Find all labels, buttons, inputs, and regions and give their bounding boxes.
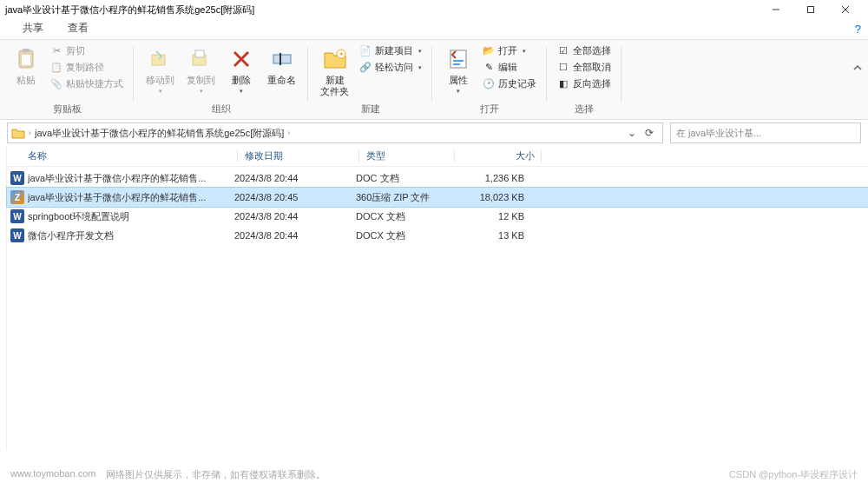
rename-button[interactable]: 重命名 xyxy=(264,43,299,88)
group-label: 打开 xyxy=(480,103,499,117)
search-input[interactable]: 在 java毕业设计基... xyxy=(670,122,861,143)
svg-rect-5 xyxy=(23,49,30,52)
file-type: 360压缩 ZIP 文件 xyxy=(349,191,444,204)
help-icon[interactable]: ? xyxy=(855,23,861,36)
collapse-ribbon-icon[interactable] xyxy=(852,63,863,73)
shortcut-icon: 📎 xyxy=(50,78,62,90)
edit-icon: ✎ xyxy=(483,62,495,74)
sidebar xyxy=(0,146,7,450)
column-type[interactable]: 类型 xyxy=(359,149,455,162)
watermark-note: 网络图片仅供展示，非存储，如有侵权请联系删除。 xyxy=(106,468,326,481)
move-icon xyxy=(147,45,174,73)
word-doc-icon: W xyxy=(10,171,24,185)
cut-button[interactable]: ✂剪切 xyxy=(49,43,125,58)
paste-icon xyxy=(12,45,40,73)
credit: CSDN @python-毕设程序设计 xyxy=(729,468,858,481)
window-controls xyxy=(759,0,863,19)
ribbon-tabs: 共享 查看 ? xyxy=(0,19,868,40)
folder-icon xyxy=(11,126,25,140)
file-type: DOC 文档 xyxy=(349,172,444,185)
address-bar: › java毕业设计基于微信小程序的鲜花销售系统ge25c[附源码] › ⌄ ⟳… xyxy=(0,120,868,146)
file-row[interactable]: Zjava毕业设计基于微信小程序的鲜花销售...2024/3/8 20:4536… xyxy=(7,188,868,207)
file-type: DOCX 文档 xyxy=(349,229,444,242)
tab-share[interactable]: 共享 xyxy=(17,17,49,39)
column-name[interactable]: 名称 xyxy=(21,149,238,162)
group-organize: 移动到▾ 复制到▾ 删除▾ 重命名 组织 xyxy=(134,40,308,119)
group-new: ✦ 新建 文件夹 📄新建项目▾ 🔗轻松访问▾ 新建 xyxy=(308,40,432,119)
rename-icon xyxy=(268,45,296,73)
file-size: 18,023 KB xyxy=(444,192,531,202)
content-area: 名称 修改日期 类型 大小 Wjava毕业设计基于微信小程序的鲜花销售...20… xyxy=(0,146,868,450)
group-label: 剪贴板 xyxy=(53,103,82,117)
new-item-icon: 📄 xyxy=(359,45,372,57)
file-date: 2024/3/8 20:44 xyxy=(227,211,349,222)
delete-icon xyxy=(227,45,255,73)
paste-shortcut-button[interactable]: 📎粘贴快捷方式 xyxy=(49,76,125,91)
chevron-right-icon[interactable]: › xyxy=(287,129,290,137)
file-row[interactable]: Wspringboot环境配置说明2024/3/8 20:44DOCX 文档12… xyxy=(7,207,868,226)
watermark-url: www.toymoban.com xyxy=(10,468,95,481)
file-date: 2024/3/8 20:44 xyxy=(227,173,349,183)
tab-view[interactable]: 查看 xyxy=(62,17,94,39)
file-size: 12 KB xyxy=(444,211,531,222)
move-to-button[interactable]: 移动到▾ xyxy=(142,43,178,96)
svg-rect-7 xyxy=(195,50,204,57)
properties-button[interactable]: 属性▾ xyxy=(441,43,476,96)
new-item-button[interactable]: 📄新建项目▾ xyxy=(358,43,424,58)
invert-icon: ◧ xyxy=(557,78,569,90)
close-button[interactable] xyxy=(828,0,863,19)
select-none-button[interactable]: ☐全部取消 xyxy=(556,60,613,75)
open-button[interactable]: 📂打开▾ xyxy=(481,43,538,58)
minimize-button[interactable] xyxy=(759,0,793,19)
refresh-icon[interactable]: ⟳ xyxy=(640,127,659,139)
file-name: 微信小程序开发文档 xyxy=(28,229,227,242)
breadcrumb-box[interactable]: › java毕业设计基于微信小程序的鲜花销售系统ge25c[附源码] › ⌄ ⟳ xyxy=(7,122,663,143)
svg-rect-1 xyxy=(808,7,814,13)
history-icon: 🕑 xyxy=(483,78,495,90)
group-clipboard: 粘贴 ✂剪切 📋复制路径 📎粘贴快捷方式 剪贴板 xyxy=(0,40,134,119)
column-size[interactable]: 大小 xyxy=(455,149,542,162)
svg-text:✦: ✦ xyxy=(338,50,344,58)
file-date: 2024/3/8 20:44 xyxy=(227,230,349,241)
open-icon: 📂 xyxy=(483,45,495,57)
copy-to-button[interactable]: 复制到▾ xyxy=(183,43,219,96)
group-open: 属性▾ 📂打开▾ ✎编辑 🕑历史记录 打开 xyxy=(432,40,547,119)
copy-to-icon xyxy=(187,45,215,73)
file-name: java毕业设计基于微信小程序的鲜花销售... xyxy=(28,172,227,185)
svg-rect-10 xyxy=(273,55,291,63)
zip-archive-icon: Z xyxy=(10,190,24,204)
invert-selection-button[interactable]: ◧反向选择 xyxy=(556,76,613,91)
svg-rect-6 xyxy=(22,55,30,65)
file-name: springboot环境配置说明 xyxy=(28,210,227,223)
footer: www.toymoban.com 网络图片仅供展示，非存储，如有侵权请联系删除。… xyxy=(0,468,868,481)
paste-button[interactable]: 粘贴 xyxy=(9,43,43,88)
file-row[interactable]: Wjava毕业设计基于微信小程序的鲜花销售...2024/3/8 20:44DO… xyxy=(7,169,868,188)
maximize-button[interactable] xyxy=(793,0,828,19)
svg-rect-16 xyxy=(453,63,460,65)
svg-rect-11 xyxy=(279,53,281,65)
new-folder-icon: ✦ xyxy=(321,45,349,73)
select-none-icon: ☐ xyxy=(557,62,569,74)
delete-button[interactable]: 删除▾ xyxy=(224,43,259,96)
group-label: 组织 xyxy=(212,103,231,117)
edit-button[interactable]: ✎编辑 xyxy=(481,60,538,75)
history-button[interactable]: 🕑历史记录 xyxy=(481,76,538,91)
dropdown-icon[interactable]: ⌄ xyxy=(628,127,636,139)
properties-icon xyxy=(444,45,472,73)
file-type: DOCX 文档 xyxy=(349,210,444,223)
file-size: 1,236 KB xyxy=(444,173,531,183)
select-all-button[interactable]: ☑全部选择 xyxy=(556,43,613,58)
new-folder-button[interactable]: ✦ 新建 文件夹 xyxy=(317,43,352,99)
group-label: 选择 xyxy=(575,103,594,117)
breadcrumb-item[interactable]: java毕业设计基于微信小程序的鲜花销售系统ge25c[附源码] xyxy=(35,127,284,140)
group-label: 新建 xyxy=(361,103,380,117)
chevron-right-icon[interactable]: › xyxy=(29,129,31,137)
scissors-icon: ✂ xyxy=(50,45,62,57)
file-row[interactable]: W微信小程序开发文档2024/3/8 20:44DOCX 文档13 KB xyxy=(7,226,868,245)
column-date[interactable]: 修改日期 xyxy=(238,149,359,162)
group-select: ☑全部选择 ☐全部取消 ◧反向选择 选择 xyxy=(547,40,621,119)
copy-path-button[interactable]: 📋复制路径 xyxy=(49,60,125,75)
file-rows: Wjava毕业设计基于微信小程序的鲜花销售...2024/3/8 20:44DO… xyxy=(7,167,868,245)
easy-access-button[interactable]: 🔗轻松访问▾ xyxy=(358,60,424,75)
file-list: 名称 修改日期 类型 大小 Wjava毕业设计基于微信小程序的鲜花销售...20… xyxy=(7,146,868,450)
